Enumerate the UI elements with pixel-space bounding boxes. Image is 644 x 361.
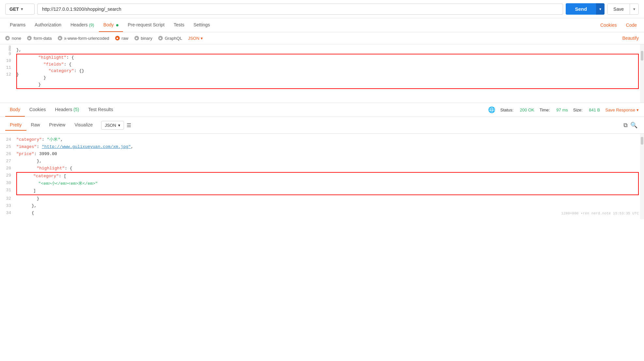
line-content: "highlight": {	[16, 165, 644, 172]
response-line-25: 25 "images": "http://www.gulixueyuan.com…	[0, 143, 644, 151]
response-line-29: 29 "category": [	[17, 173, 638, 180]
response-tab-cookies[interactable]: Cookies	[25, 103, 51, 117]
globe-icon[interactable]: 🌐	[488, 106, 495, 113]
tab-tests[interactable]: Tests	[169, 18, 189, 32]
label-form-data: form-data	[34, 36, 52, 41]
save-dropdown-button[interactable]: ▾	[630, 4, 638, 14]
filter-icon[interactable]: ☰	[127, 122, 131, 128]
format-tab-visualize[interactable]: Visualize	[70, 120, 97, 131]
line-content: "category": "小米",	[16, 136, 644, 143]
save-button[interactable]: Save	[607, 4, 630, 14]
cookies-link[interactable]: Cookies	[598, 19, 619, 32]
line-num-row-31: 31	[0, 187, 16, 194]
line-content: "images": "http://www.gulixueyuan.com/xm…	[16, 143, 644, 151]
method-chevron-icon: ▾	[21, 7, 23, 11]
send-button[interactable]: Send	[566, 3, 596, 15]
code-line-11: }	[17, 81, 638, 88]
status-value: 200 OK	[520, 108, 534, 112]
body-type-graphql[interactable]: GraphQL	[158, 36, 182, 41]
response-line-28: 28 "highlight": {	[0, 165, 644, 172]
beautify-button[interactable]: Beautify	[622, 36, 639, 41]
red-border-response: 29 "category": [ 30 "<em>小</em><em>米</em…	[16, 172, 639, 195]
code-line-10: }	[17, 75, 638, 81]
json-format-select[interactable]: JSON ▾	[188, 36, 203, 41]
time-value: 97 ms	[556, 108, 568, 112]
line-content: {	[16, 209, 644, 217]
line-number: 32	[0, 195, 16, 202]
code-link[interactable]: Code	[624, 19, 639, 32]
response-format-bar: Pretty Raw Preview Visualize JSON ▾ ☰ ⧉ …	[0, 117, 644, 134]
body-type-bar: none form-data x-www-form-urlencoded raw…	[0, 32, 644, 44]
body-type-binary[interactable]: binary	[134, 36, 152, 41]
tab-headers[interactable]: Headers (9)	[66, 18, 99, 32]
line-content: "<em>小</em><em>米</em>"	[33, 180, 638, 187]
scrollbar-thumb	[641, 51, 643, 61]
format-tab-pretty[interactable]: Pretty	[5, 120, 26, 131]
body-type-raw[interactable]: raw	[115, 36, 129, 41]
response-scrollbar[interactable]	[640, 134, 644, 219]
response-tab-test-results[interactable]: Test Results	[84, 103, 117, 117]
line-content: },	[16, 158, 644, 165]
url-input[interactable]	[37, 4, 563, 15]
request-body-editor[interactable]: 6 }, "highlight": { "fields": { "categor…	[0, 44, 644, 103]
line-content: "highlight": {	[33, 54, 638, 61]
method-label: GET	[9, 7, 19, 12]
response-header-bar: Body Cookies Headers (5) Test Results 🌐 …	[0, 103, 644, 117]
search-icon[interactable]: 🔍	[629, 120, 639, 130]
label-raw: raw	[122, 36, 129, 41]
tab-settings[interactable]: Settings	[189, 18, 215, 32]
save-button-group: Save ▾	[607, 4, 639, 15]
format-tab-preview[interactable]: Preview	[45, 120, 70, 131]
save-response-chevron-icon: ▾	[636, 108, 639, 112]
save-response-button[interactable]: Save Response ▾	[605, 108, 639, 112]
tab-authorization[interactable]: Authorization	[30, 18, 66, 32]
method-select[interactable]: GET ▾	[5, 4, 35, 15]
format-tab-raw[interactable]: Raw	[26, 120, 45, 131]
highlighted-request-block: "highlight": { "fields": { "category": {…	[0, 54, 644, 89]
save-response-label: Save Response	[605, 108, 635, 112]
highlighted-response-block: 29 "category": [ 30 "<em>小</em><em>米</em…	[0, 172, 644, 195]
response-line-33: 33 },	[0, 202, 644, 209]
line-content: "category": [	[33, 173, 638, 180]
copy-icon[interactable]: ⧉	[622, 121, 629, 130]
response-status-info: 🌐 Status: 200 OK Time: 97 ms Size: 841 B…	[488, 106, 639, 113]
radio-graphql	[158, 36, 163, 40]
label-graphql: GraphQL	[165, 36, 182, 41]
radio-urlencoded	[58, 36, 62, 40]
request-tab-bar: Params Authorization Headers (9) Body Pr…	[0, 18, 644, 32]
body-type-urlencoded[interactable]: x-www-form-urlencoded	[58, 36, 109, 41]
line-number: 26	[0, 151, 16, 158]
editor-scrollbar[interactable]	[640, 44, 644, 103]
send-button-group: Send ▾	[566, 3, 605, 15]
response-code-area[interactable]: 24 "category": "小米", 25 "images": "http:…	[0, 134, 644, 219]
response-line-27: 27 },	[0, 158, 644, 165]
image-url-link[interactable]: "http://www.gulixueyuan.com/xm.jpg"	[42, 144, 131, 149]
tab-params[interactable]: Params	[5, 18, 30, 32]
line-number: 24	[0, 136, 16, 143]
body-type-none[interactable]: none	[5, 36, 21, 41]
response-tab-headers[interactable]: Headers (5)	[51, 103, 84, 117]
line-num-row-29: 29	[0, 172, 16, 179]
response-json-select[interactable]: JSON ▾	[101, 121, 124, 130]
line-nums-29-31: 29 30 31	[0, 172, 16, 194]
response-line-31: 31 ]	[17, 187, 638, 195]
line-number: 27	[0, 158, 16, 165]
line-content: "price": 3999.00	[16, 151, 644, 158]
line-content: "fields": {	[33, 61, 638, 68]
tab-body[interactable]: Body	[99, 18, 123, 32]
response-line-34: 34 {	[0, 209, 644, 217]
line-content: }	[16, 195, 644, 202]
response-tab-body[interactable]: Body	[5, 103, 25, 117]
code-line-8: "fields": {	[17, 61, 638, 68]
line-content: },	[16, 47, 644, 54]
tab-pre-request[interactable]: Pre-request Script	[123, 18, 169, 32]
line-content: }	[33, 75, 638, 81]
radio-form-data	[27, 36, 32, 40]
body-type-form-data[interactable]: form-data	[27, 36, 52, 41]
line-number: 33	[0, 202, 16, 209]
line-number: 34	[0, 209, 16, 217]
send-dropdown-button[interactable]: ▾	[596, 3, 605, 15]
label-urlencoded: x-www-form-urlencoded	[64, 36, 109, 41]
line-number: 25	[0, 143, 16, 151]
code-line-6: 6 },	[0, 47, 644, 54]
